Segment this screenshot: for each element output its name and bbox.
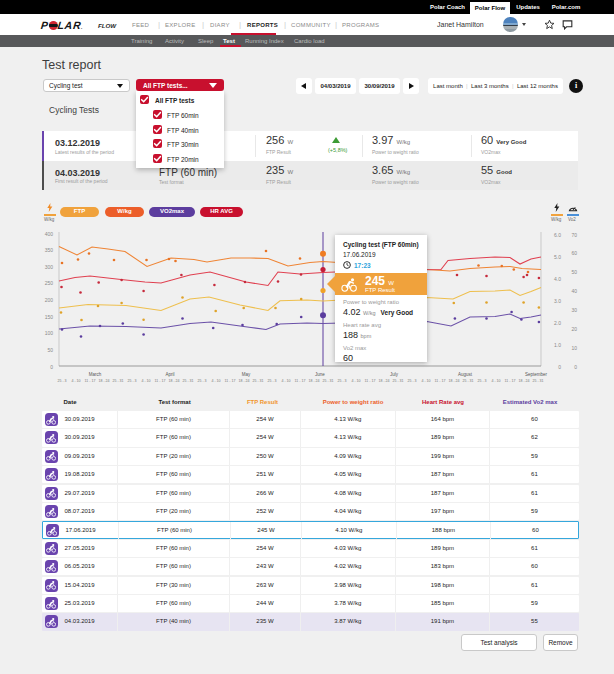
svg-text:11 - 17: 11 - 17 xyxy=(85,379,96,383)
svg-text:5.0: 5.0 xyxy=(554,254,561,260)
svg-text:10: 10 xyxy=(571,345,577,351)
svg-text:11 - 17: 11 - 17 xyxy=(435,379,446,383)
svg-text:18 - 24: 18 - 24 xyxy=(518,379,529,383)
svg-text:11 - 17: 11 - 17 xyxy=(505,379,516,383)
svg-text:4 - 10: 4 - 10 xyxy=(211,379,220,383)
svg-text:25 - 31: 25 - 31 xyxy=(462,379,473,383)
svg-text:25 - 31: 25 - 31 xyxy=(532,379,543,383)
svg-text:350: 350 xyxy=(45,247,54,253)
svg-text:4 - 10: 4 - 10 xyxy=(421,379,430,383)
svg-text:18 - 24: 18 - 24 xyxy=(448,379,459,383)
svg-text:0: 0 xyxy=(574,364,577,370)
svg-text:400: 400 xyxy=(45,231,54,237)
svg-text:0: 0 xyxy=(50,364,53,370)
svg-text:4 - 10: 4 - 10 xyxy=(351,379,360,383)
svg-text:11 - 17: 11 - 17 xyxy=(295,379,306,383)
svg-text:August: August xyxy=(458,372,473,377)
svg-text:May: May xyxy=(242,372,251,377)
svg-text:18 - 24: 18 - 24 xyxy=(168,379,179,383)
svg-text:60: 60 xyxy=(571,250,577,256)
svg-text:150: 150 xyxy=(45,314,54,320)
svg-text:25 - 31: 25 - 31 xyxy=(392,379,403,383)
svg-text:200: 200 xyxy=(45,297,54,303)
svg-text:25 - 3: 25 - 3 xyxy=(127,379,136,383)
svg-text:50: 50 xyxy=(47,347,53,353)
svg-text:4 - 10: 4 - 10 xyxy=(71,379,80,383)
svg-text:30: 30 xyxy=(571,307,577,313)
svg-text:18 - 24: 18 - 24 xyxy=(98,379,109,383)
svg-text:11 - 17: 11 - 17 xyxy=(225,379,236,383)
svg-text:April: April xyxy=(165,372,174,377)
svg-text:18 - 24: 18 - 24 xyxy=(238,379,249,383)
svg-text:1.0: 1.0 xyxy=(554,342,561,348)
svg-text:25 - 31: 25 - 31 xyxy=(322,379,333,383)
svg-text:11 - 17: 11 - 17 xyxy=(155,379,166,383)
svg-text:250: 250 xyxy=(45,280,54,286)
svg-text:25 - 3: 25 - 3 xyxy=(197,379,206,383)
svg-text:100: 100 xyxy=(45,330,54,336)
svg-text:3.0: 3.0 xyxy=(554,298,561,304)
svg-text:50: 50 xyxy=(571,269,577,275)
svg-text:4 - 10: 4 - 10 xyxy=(491,379,500,383)
svg-text:18 - 24: 18 - 24 xyxy=(308,379,319,383)
svg-text:0: 0 xyxy=(558,364,561,370)
svg-text:2.0: 2.0 xyxy=(554,320,561,326)
svg-text:300: 300 xyxy=(45,264,54,270)
svg-text:6.0: 6.0 xyxy=(554,232,561,238)
svg-text:20: 20 xyxy=(571,326,577,332)
svg-text:18 - 24: 18 - 24 xyxy=(378,379,389,383)
svg-text:25 - 31: 25 - 31 xyxy=(112,379,123,383)
svg-text:June: June xyxy=(315,372,325,377)
svg-text:4 - 10: 4 - 10 xyxy=(141,379,150,383)
svg-text:4.0: 4.0 xyxy=(554,276,561,282)
svg-text:September: September xyxy=(525,372,548,377)
svg-text:25 - 31: 25 - 31 xyxy=(182,379,193,383)
svg-text:March: March xyxy=(89,372,102,377)
svg-text:25 - 3: 25 - 3 xyxy=(337,379,346,383)
svg-text:25 - 3: 25 - 3 xyxy=(267,379,276,383)
svg-text:40: 40 xyxy=(571,288,577,294)
svg-text:25 - 3: 25 - 3 xyxy=(57,379,66,383)
svg-text:25 - 31: 25 - 31 xyxy=(252,379,263,383)
svg-text:25 - 3: 25 - 3 xyxy=(407,379,416,383)
svg-text:11 - 17: 11 - 17 xyxy=(365,379,376,383)
svg-text:July: July xyxy=(390,372,399,377)
svg-text:70: 70 xyxy=(571,232,577,238)
svg-text:25 - 3: 25 - 3 xyxy=(477,379,486,383)
svg-text:4 - 10: 4 - 10 xyxy=(281,379,290,383)
